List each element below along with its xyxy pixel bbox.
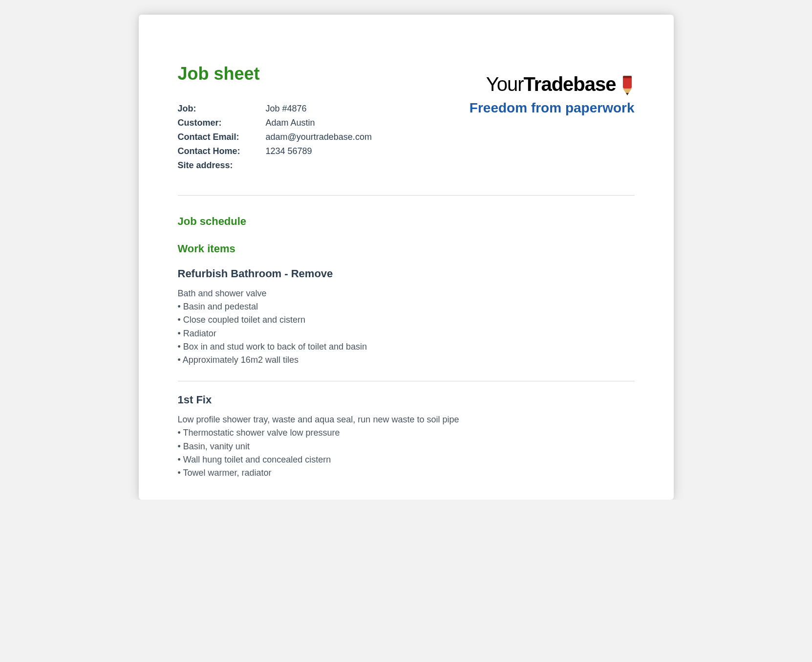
contact-email-label: Contact Email: bbox=[178, 132, 266, 142]
brand-tagline: Freedom from paperwork bbox=[470, 100, 635, 116]
bullet-text: Basin, vanity unit bbox=[183, 441, 250, 451]
work-item-title: 1st Fix bbox=[178, 394, 635, 406]
bullet-text: Thermostatic shower valve low pressure bbox=[183, 428, 340, 438]
work-item-title: Refurbish Bathroom - Remove bbox=[178, 267, 635, 280]
job-value: Job #4876 bbox=[266, 104, 372, 114]
work-item-bullet: • Towel warmer, radiator bbox=[178, 467, 635, 479]
contact-home-value: 1234 56789 bbox=[266, 146, 372, 156]
page-title: Job sheet bbox=[178, 64, 372, 84]
header-left: Job sheet Job: Job #4876 Customer: Adam … bbox=[178, 64, 372, 171]
contact-home-label: Contact Home: bbox=[178, 146, 266, 156]
brand-name: YourTradebase bbox=[486, 73, 616, 95]
work-item-bullet: • Close coupled toilet and cistern bbox=[178, 314, 635, 326]
bullet-text: Box in and stud work to back of toilet a… bbox=[183, 342, 367, 352]
brand-name-bold: Tradebase bbox=[524, 73, 616, 95]
job-sheet-document: Job sheet Job: Job #4876 Customer: Adam … bbox=[139, 15, 674, 500]
svg-rect-3 bbox=[623, 76, 632, 78]
item-divider bbox=[178, 381, 635, 381]
job-schedule-heading: Job schedule bbox=[178, 215, 635, 228]
work-item-bullet: • Thermostatic shower valve low pressure bbox=[178, 427, 635, 439]
customer-label: Customer: bbox=[178, 118, 266, 128]
work-items-heading: Work items bbox=[178, 243, 635, 255]
work-item-bullet: • Basin, vanity unit bbox=[178, 441, 635, 453]
header-row: Job sheet Job: Job #4876 Customer: Adam … bbox=[178, 64, 635, 171]
contact-email-value: adam@yourtradebase.com bbox=[266, 132, 372, 142]
brand-logo: YourTradebase bbox=[486, 73, 635, 95]
work-item-intro: Low profile shower tray, waste and aqua … bbox=[178, 414, 635, 426]
work-item-intro: Bath and shower valve bbox=[178, 287, 635, 300]
work-item-bullet: • Basin and pedestal bbox=[178, 301, 635, 313]
job-details: Job: Job #4876 Customer: Adam Austin Con… bbox=[178, 104, 372, 171]
site-address-value bbox=[266, 160, 372, 171]
bullet-text: Radiator bbox=[183, 329, 216, 338]
work-item-bullet: • Radiator bbox=[178, 328, 635, 340]
bullet-text: Towel warmer, radiator bbox=[183, 468, 271, 478]
bullet-text: Wall hung toilet and concealed cistern bbox=[183, 455, 331, 464]
work-item: 1st Fix Low profile shower tray, waste a… bbox=[178, 394, 635, 479]
work-item-body: Low profile shower tray, waste and aqua … bbox=[178, 414, 635, 479]
bullet-text: Close coupled toilet and cistern bbox=[183, 315, 305, 325]
brand-logo-block: YourTradebase Freedom from paperwork bbox=[470, 64, 635, 116]
bullet-text: Approximately 16m2 wall tiles bbox=[183, 355, 299, 365]
site-address-label: Site address: bbox=[178, 160, 266, 171]
bullet-text: Basin and pedestal bbox=[183, 302, 258, 311]
page-wrap: Job sheet Job: Job #4876 Customer: Adam … bbox=[0, 0, 812, 500]
customer-value: Adam Austin bbox=[266, 118, 372, 128]
section-divider bbox=[178, 195, 635, 196]
work-item-bullet: • Wall hung toilet and concealed cistern bbox=[178, 454, 635, 466]
work-item: Refurbish Bathroom - Remove Bath and sho… bbox=[178, 267, 635, 366]
svg-marker-1 bbox=[626, 93, 629, 95]
work-item-body: Bath and shower valve • Basin and pedest… bbox=[178, 287, 635, 366]
work-item-bullet: • Box in and stud work to back of toilet… bbox=[178, 341, 635, 353]
job-label: Job: bbox=[178, 104, 266, 114]
brand-name-thin: Your bbox=[486, 73, 524, 95]
pencil-icon bbox=[620, 74, 635, 95]
work-item-bullet: • Approximately 16m2 wall tiles bbox=[178, 354, 635, 366]
